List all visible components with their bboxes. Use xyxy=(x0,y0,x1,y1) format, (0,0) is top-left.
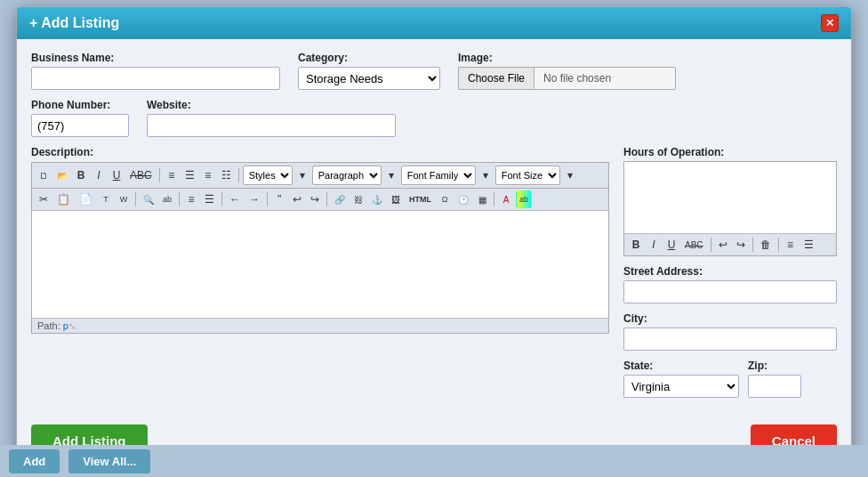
hours-content[interactable] xyxy=(624,162,836,233)
toolbar-outdent[interactable]: ← xyxy=(226,190,244,208)
category-select[interactable]: Storage Needs xyxy=(298,67,440,90)
font-size-select[interactable]: Font Size xyxy=(495,166,560,185)
right-section: Hours of Operation: B I U ABC ↩ ↪ xyxy=(623,146,837,407)
category-label: Category: xyxy=(298,52,440,64)
modal-title: + Add Listing xyxy=(29,15,119,31)
resize-handle[interactable]: ⤡ xyxy=(68,321,76,331)
hours-group: Hours of Operation: B I U ABC ↩ ↪ xyxy=(623,146,837,256)
editor-path-label: Path: p xyxy=(37,320,68,331)
hours-label: Hours of Operation: xyxy=(623,146,837,158)
hours-undo[interactable]: ↩ xyxy=(715,236,731,254)
toolbar-paste-text[interactable]: T xyxy=(98,190,114,208)
toolbar-table[interactable]: ▦ xyxy=(474,190,490,208)
modal-header: + Add Listing ✕ xyxy=(17,7,851,39)
form-row-2: Phone Number: Website: xyxy=(31,99,837,137)
toolbar-paste[interactable]: 📄 xyxy=(76,190,96,208)
toolbar-ul[interactable]: ≡ xyxy=(183,190,199,208)
hours-bold[interactable]: B xyxy=(628,236,644,254)
state-zip-row: State: Virginia Zip: xyxy=(623,360,837,407)
hours-italic[interactable]: I xyxy=(646,236,662,254)
file-input-row: Choose File No file chosen xyxy=(458,67,676,90)
toolbar-html[interactable]: HTML xyxy=(406,190,435,208)
toolbar-link[interactable]: 🔗 xyxy=(331,190,349,208)
hours-ol[interactable]: ☰ xyxy=(800,236,817,254)
phone-label: Phone Number: xyxy=(31,99,129,111)
modal-close-button[interactable]: ✕ xyxy=(821,14,839,32)
zip-label: Zip: xyxy=(748,360,801,372)
website-label: Website: xyxy=(147,99,396,111)
divider4 xyxy=(179,192,180,206)
phone-input[interactable] xyxy=(31,114,129,137)
toolbar-strikethrough[interactable]: ABC xyxy=(126,166,156,184)
toolbar-font-arrow[interactable]: ▾ xyxy=(478,166,494,184)
toolbar-paste-word[interactable]: W xyxy=(116,190,132,208)
hours-underline[interactable]: U xyxy=(663,236,679,254)
divider5 xyxy=(221,192,222,206)
category-group: Category: Storage Needs xyxy=(298,52,440,90)
business-name-input[interactable] xyxy=(31,67,280,90)
toolbar-cut[interactable]: ✂ xyxy=(36,190,52,208)
toolbar-unlink[interactable]: ⛓ xyxy=(350,190,366,208)
hours-editor: B I U ABC ↩ ↪ 🗑 ≡ ☰ xyxy=(623,161,837,256)
toolbar-blockquote[interactable]: " xyxy=(271,190,287,208)
styles-select[interactable]: Styles xyxy=(243,166,293,185)
file-name-display: No file chosen xyxy=(534,67,676,90)
toolbar-bold[interactable]: B xyxy=(73,166,89,184)
hours-ul[interactable]: ≡ xyxy=(783,236,799,254)
divider7 xyxy=(326,192,327,206)
toolbar-justify[interactable]: ☷ xyxy=(218,166,235,184)
toolbar-styles-arrow[interactable]: ▾ xyxy=(294,166,310,184)
toolbar-datetime[interactable]: 🕐 xyxy=(454,190,472,208)
street-address-input[interactable] xyxy=(623,280,837,303)
toolbar-find[interactable]: 🔍 xyxy=(140,190,157,208)
toolbar-undo[interactable]: ↩ xyxy=(289,190,305,208)
toolbar-underline[interactable]: U xyxy=(108,166,125,184)
state-select[interactable]: Virginia xyxy=(623,375,739,398)
toolbar-new-doc[interactable]: 🗋 xyxy=(36,166,52,184)
toolbar-anchor[interactable]: ⚓ xyxy=(368,190,386,208)
description-label: Description: xyxy=(31,146,609,158)
toolbar-align-right[interactable]: ≡ xyxy=(200,166,216,184)
toolbar-indent[interactable]: → xyxy=(245,190,263,208)
toolbar-size-arrow[interactable]: ▾ xyxy=(562,166,578,184)
paragraph-select[interactable]: Paragraph xyxy=(312,166,382,185)
hours-clear[interactable]: 🗑 xyxy=(757,236,775,254)
toolbar-replace[interactable]: ab xyxy=(159,190,175,208)
add-bottom-button[interactable]: Add xyxy=(9,449,60,473)
toolbar-open[interactable]: 📂 xyxy=(53,166,71,184)
view-all-button[interactable]: View All... xyxy=(68,449,150,473)
website-input[interactable] xyxy=(147,114,396,137)
divider10 xyxy=(752,238,753,252)
toolbar-redo[interactable]: ↪ xyxy=(307,190,323,208)
toolbar-align-left[interactable]: ≡ xyxy=(164,166,180,184)
toolbar-highlight[interactable]: ab xyxy=(516,190,532,208)
zip-group: Zip: xyxy=(748,360,801,398)
zip-input[interactable] xyxy=(748,375,801,398)
city-input[interactable] xyxy=(623,327,837,351)
toolbar-font-color[interactable]: A xyxy=(498,190,514,208)
description-editor-content[interactable] xyxy=(32,211,608,318)
toolbar-image[interactable]: 🖼 xyxy=(388,190,404,208)
divider9 xyxy=(711,238,711,252)
divider2 xyxy=(238,168,239,182)
form-row-1: Business Name: Category: Storage Needs I… xyxy=(31,52,837,90)
main-content: Description: 🗋 📂 B I U ABC ≡ ☰ xyxy=(31,146,837,407)
toolbar-special[interactable]: Ω xyxy=(437,190,453,208)
bottom-bar: Add View All... xyxy=(0,445,868,477)
add-listing-modal: + Add Listing ✕ Business Name: Category:… xyxy=(16,6,852,471)
divider8 xyxy=(494,192,494,206)
hours-strikethrough[interactable]: ABC xyxy=(681,236,707,254)
choose-file-button[interactable]: Choose File xyxy=(458,67,534,90)
editor-footer: Path: p ⤡ xyxy=(32,318,608,333)
toolbar-copy[interactable]: 📋 xyxy=(53,190,74,208)
toolbar-para-arrow[interactable]: ▾ xyxy=(383,166,399,184)
hours-redo[interactable]: ↪ xyxy=(733,236,749,254)
image-label: Image: xyxy=(458,52,676,64)
toolbar-italic[interactable]: I xyxy=(91,166,107,184)
font-family-select[interactable]: Font Family xyxy=(401,166,476,185)
toolbar-align-center[interactable]: ☰ xyxy=(181,166,198,184)
city-label: City: xyxy=(623,312,837,325)
website-group: Website: xyxy=(147,99,396,137)
street-address-label: Street Address: xyxy=(623,265,837,278)
toolbar-ol[interactable]: ☰ xyxy=(201,190,218,208)
